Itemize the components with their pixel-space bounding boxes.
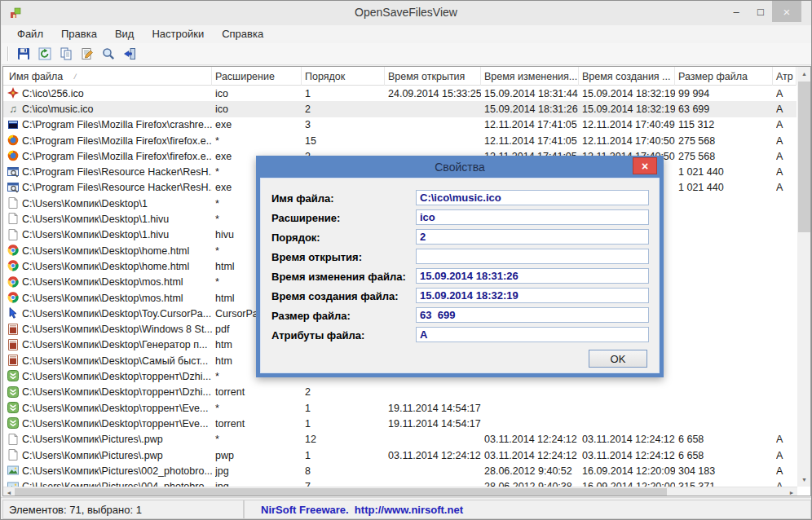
field-input[interactable]: 63 699 xyxy=(416,307,649,323)
scroll-up-icon[interactable]: ▲ xyxy=(797,67,811,81)
ext-cell: * xyxy=(215,133,302,148)
menubar: ФайлПравкаВидНастройкиСправка xyxy=(2,25,812,43)
column-header-ext[interactable]: Расширение xyxy=(212,67,302,86)
attr-cell xyxy=(776,243,797,258)
size-cell xyxy=(678,416,773,431)
size-cell: 304 183 xyxy=(678,463,773,478)
menu-item-1[interactable]: Файл xyxy=(8,26,52,42)
name-cell: C:\Program Files\Mozilla Firefox\firefox… xyxy=(22,148,212,164)
save-icon[interactable] xyxy=(14,45,33,63)
app-window: OpenSaveFilesView – □ × ФайлПравкаВидНас… xyxy=(0,0,812,520)
field-value: A xyxy=(420,328,427,341)
field-input[interactable]: 2 xyxy=(416,229,649,245)
field-input[interactable]: A xyxy=(416,327,649,342)
scroll-down-icon[interactable]: ▼ xyxy=(797,473,811,487)
vertical-scrollbar[interactable]: ▲ ▼ xyxy=(797,67,811,487)
dialog-body: Имя файла:C:\ico\music.icoРасширение:ico… xyxy=(260,178,660,373)
attr-cell xyxy=(776,337,797,353)
table-row[interactable]: C:\Program Files\Mozilla Firefox\firefox… xyxy=(3,133,797,148)
scroll-left-icon[interactable]: ◄ xyxy=(3,487,15,496)
toolbar xyxy=(2,43,812,65)
vertical-scroll-thumb[interactable] xyxy=(798,82,810,232)
name-cell: C:\Users\Компик\Desktop\торрент\Eve... xyxy=(22,416,212,431)
size-cell: 1 021 440 xyxy=(678,165,773,180)
table-row[interactable]: C:\ico\256.icoico124.09.2014 15:33:2515.… xyxy=(3,86,797,101)
table-row[interactable]: C:\Users\Компик\Desktop\торрент\Eve...*1… xyxy=(3,400,797,416)
ok-button[interactable]: OK xyxy=(589,350,647,368)
name-cell: C:\Users\Компик\Desktop\mos.html xyxy=(22,275,212,290)
name-cell: C:\Users\Компик\Desktop\home.html xyxy=(22,258,212,274)
table-row[interactable]: C:\Users\Компик\Pictures\004_photobro...… xyxy=(3,479,797,487)
find-icon[interactable] xyxy=(99,45,118,63)
opened-cell xyxy=(388,117,481,133)
attr-cell: A xyxy=(776,133,797,148)
copy-icon[interactable] xyxy=(56,45,76,63)
order-cell: 2 xyxy=(305,385,385,400)
field-input[interactable]: 15.09.2014 18:31:26 xyxy=(416,268,649,284)
column-header-created[interactable]: Время создания ... xyxy=(579,67,675,86)
attr-cell: A xyxy=(776,463,797,478)
chrome-icon xyxy=(7,276,19,288)
field-label: Порядок: xyxy=(271,231,320,244)
opened-cell: 24.09.2014 15:33:25 xyxy=(388,86,481,101)
opened-cell: 19.11.2014 14:54:17 xyxy=(388,416,481,431)
field-input[interactable]: C:\ico\music.ico xyxy=(416,190,649,205)
field-input[interactable]: ico xyxy=(416,209,649,225)
nirsoft-link[interactable]: NirSoft Freeware. http://www.nirsoft.net xyxy=(261,504,463,516)
table-row[interactable]: C:\Users\Компик\Pictures\002_photobro...… xyxy=(3,463,797,478)
created-cell: 03.11.2014 12:24:12 xyxy=(582,432,675,447)
maximize-button[interactable]: □ xyxy=(749,1,772,22)
horizontal-scrollbar[interactable]: ◄ ► xyxy=(3,487,797,496)
horizontal-scroll-thumb[interactable] xyxy=(15,488,667,496)
menu-item-4[interactable]: Настройки xyxy=(143,26,213,42)
ext-cell: jpg xyxy=(215,463,302,478)
table-row[interactable]: C:\Users\Компик\Pictures\.pwp*1203.11.20… xyxy=(3,432,797,447)
column-header-name[interactable]: Имя файла/ xyxy=(3,67,212,86)
column-header-opened[interactable]: Время открытия xyxy=(385,67,481,86)
name-cell: C:\Program Files\Resource Hacker\ResH... xyxy=(22,180,212,196)
column-header-attr[interactable]: Атр xyxy=(773,67,797,86)
size-cell xyxy=(678,227,773,243)
name-cell: C:\Program Files\Resource Hacker\ResH... xyxy=(22,165,212,180)
titlebar: OpenSaveFilesView – □ × xyxy=(1,1,811,25)
list-header: Имя файла/РасширениеПорядокВремя открыти… xyxy=(3,67,797,86)
modified-cell: 03.11.2014 12:24:12 xyxy=(484,447,579,463)
modified-cell xyxy=(484,400,579,416)
column-header-modified[interactable]: Время изменения... xyxy=(481,67,579,86)
name-cell: C:\Users\Компик\Pictures\.pwp xyxy=(22,432,212,447)
name-cell: C:\Users\Компик\Pictures\.pwp xyxy=(22,447,212,463)
menu-item-2[interactable]: Правка xyxy=(52,26,106,42)
scroll-right-icon[interactable]: ► xyxy=(786,487,797,496)
size-cell: 6 658 xyxy=(678,447,773,463)
exit-icon[interactable] xyxy=(120,45,139,63)
table-row[interactable]: C:\Users\Компик\Pictures\.pwppwp103.11.2… xyxy=(3,447,797,463)
table-row[interactable]: C:\Users\Компик\Desktop\торрент\Dzhi...t… xyxy=(3,385,797,400)
name-cell: C:\Users\Компик\Desktop\Самый быст... xyxy=(22,353,212,368)
minimize-button[interactable]: – xyxy=(725,1,748,22)
menu-item-5[interactable]: Справка xyxy=(213,26,272,42)
name-cell: C:\Users\Компик\Desktop\Генератор п... xyxy=(22,337,212,353)
attr-cell: A xyxy=(776,447,797,463)
close-button[interactable]: × xyxy=(772,1,801,22)
field-label: Время изменения файла: xyxy=(271,271,406,283)
table-row[interactable]: C:\Users\Компик\Desktop\торрент\Eve...to… xyxy=(3,416,797,431)
window-title: OpenSaveFilesView xyxy=(1,6,811,19)
field-value: 15.09.2014 18:32:19 xyxy=(420,289,519,302)
refresh-icon[interactable] xyxy=(35,45,55,63)
reshacker-icon xyxy=(7,182,19,193)
ext-cell: * xyxy=(215,400,302,416)
table-row[interactable]: C:\Program Files\Mozilla Firefox\crashre… xyxy=(3,117,797,133)
table-row[interactable]: ♫C:\ico\music.icoico215.09.2014 18:31:26… xyxy=(3,101,797,117)
menu-item-3[interactable]: Вид xyxy=(106,26,143,42)
name-cell: C:\Users\Компик\Desktop\mos.html xyxy=(22,290,212,306)
size-cell: 99 994 xyxy=(678,86,773,101)
chrome-icon xyxy=(7,245,19,256)
field-input[interactable] xyxy=(416,249,649,264)
properties-icon[interactable] xyxy=(77,45,97,63)
column-header-order[interactable]: Порядок xyxy=(302,67,385,86)
dialog-close-button[interactable]: × xyxy=(633,157,657,174)
column-header-size[interactable]: Размер файла xyxy=(675,67,773,86)
order-cell: 12 xyxy=(305,432,385,447)
created-cell xyxy=(582,385,675,400)
field-input[interactable]: 15.09.2014 18:32:19 xyxy=(416,288,649,303)
